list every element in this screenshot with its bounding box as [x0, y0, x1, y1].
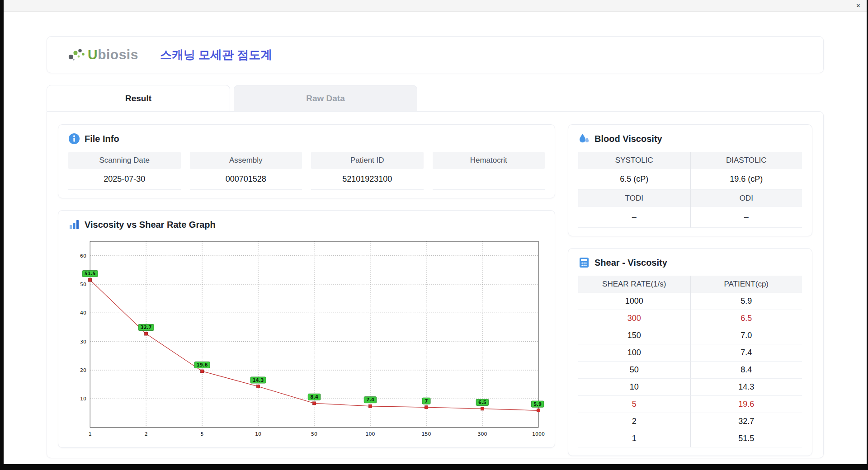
shear-viscosity-title: Shear - Viscosity — [594, 258, 667, 268]
right-column: Blood Viscosity SYSTOLIC DIASTOLIC 6.5 (… — [568, 124, 812, 448]
field-value-scanning-date: 2025-07-30 — [68, 169, 181, 190]
sv-shear-cell: 150 — [578, 327, 690, 344]
field-value-patient-id: 52101923100 — [311, 169, 424, 190]
svg-text:300: 300 — [477, 431, 487, 437]
shear-viscosity-table: SHEAR RATE(1/s) PATIENT(cp) 1000 5.9 300… — [578, 276, 802, 447]
sv-patient-cell: 14.3 — [690, 379, 802, 396]
logo-dots-icon — [67, 47, 86, 63]
droplet-icon — [578, 133, 590, 145]
sv-shear-cell: 10 — [578, 379, 690, 396]
svg-text:51.5: 51.5 — [85, 271, 96, 276]
field-label-patient-id: Patient ID — [311, 152, 424, 169]
sv-patient-cell: 32.7 — [690, 413, 802, 430]
tab-bar: Result Raw Data — [47, 85, 824, 111]
bv-value-todi: – — [578, 207, 690, 228]
shear-viscosity-heading: Shear - Viscosity — [578, 257, 802, 268]
brand-text: Ubiosis — [88, 47, 138, 62]
app-window: × Ubiosis 스캐닝 모세관 점도계 Result Raw Data — [4, 0, 867, 464]
bv-label-diastolic: DIASTOLIC — [690, 152, 802, 169]
header: Ubiosis 스캐닝 모세관 점도계 — [47, 36, 824, 73]
ubiosis-logo: Ubiosis — [67, 47, 138, 63]
field-label-scanning-date: Scanning Date — [68, 152, 181, 169]
bv-value-systolic: 6.5 (cP) — [578, 169, 690, 190]
svg-text:40: 40 — [80, 310, 86, 316]
page: Ubiosis 스캐닝 모세관 점도계 Result Raw Data — [4, 36, 867, 458]
result-content: File Info Scanning Date Assembly Patient… — [47, 111, 824, 458]
sv-patient-cell: 6.5 — [690, 310, 802, 327]
bv-value-diastolic: 19.6 (cP) — [690, 169, 802, 190]
file-info-heading: File Info — [68, 133, 545, 145]
field-value-assembly: 000701528 — [190, 169, 302, 190]
sv-col-patient: PATIENT(cp) — [690, 276, 802, 293]
sv-patient-cell: 5.9 — [690, 293, 802, 310]
svg-text:19.6: 19.6 — [197, 362, 208, 367]
sv-shear-cell: 100 — [578, 344, 690, 362]
sv-shear-cell: 5 — [578, 396, 690, 413]
bv-label-systolic: SYSTOLIC — [578, 152, 690, 169]
svg-text:1: 1 — [89, 431, 92, 437]
sv-shear-cell: 2 — [578, 413, 690, 430]
svg-text:5.9: 5.9 — [533, 402, 542, 407]
sv-patient-cell: 51.5 — [690, 430, 802, 447]
tab-raw-data[interactable]: Raw Data — [234, 85, 417, 111]
blood-viscosity-heading: Blood Viscosity — [578, 133, 802, 145]
svg-text:50: 50 — [311, 431, 317, 437]
left-column: File Info Scanning Date Assembly Patient… — [58, 124, 555, 448]
brand-rest: biosis — [98, 47, 138, 62]
svg-text:20: 20 — [80, 367, 86, 373]
sv-col-shear-rate: SHEAR RATE(1/s) — [578, 276, 690, 293]
calculator-icon — [578, 257, 590, 268]
sv-shear-cell: 50 — [578, 362, 690, 379]
sv-patient-cell: 19.6 — [690, 396, 802, 413]
file-info-grid: Scanning Date Assembly Patient ID Hemato… — [68, 152, 545, 190]
svg-text:7.4: 7.4 — [366, 397, 374, 402]
svg-text:150: 150 — [421, 431, 431, 437]
svg-text:5: 5 — [201, 431, 204, 437]
graph-panel: Viscosity vs Shear Rate Graph 1020304050… — [58, 210, 555, 448]
svg-text:10: 10 — [80, 396, 86, 402]
window-titlebar: × — [4, 0, 867, 12]
bv-label-odi: ODI — [690, 190, 802, 207]
info-icon — [68, 133, 80, 145]
blood-viscosity-panel: Blood Viscosity SYSTOLIC DIASTOLIC 6.5 (… — [568, 124, 812, 236]
tab-result[interactable]: Result — [47, 85, 230, 111]
sv-patient-cell: 7.4 — [690, 344, 802, 362]
bv-value-odi: – — [690, 207, 802, 228]
field-label-assembly: Assembly — [190, 152, 302, 169]
sv-patient-cell: 8.4 — [690, 362, 802, 379]
graph-heading: Viscosity vs Shear Rate Graph — [68, 219, 545, 230]
svg-text:2: 2 — [145, 431, 148, 437]
svg-text:14.3: 14.3 — [253, 378, 264, 383]
shear-viscosity-panel: Shear - Viscosity SHEAR RATE(1/s) PATIEN… — [568, 248, 812, 456]
svg-text:60: 60 — [80, 253, 86, 259]
sv-patient-cell: 7.0 — [690, 327, 802, 344]
svg-text:50: 50 — [80, 282, 86, 287]
file-info-title: File Info — [85, 134, 119, 144]
svg-text:1000: 1000 — [532, 431, 545, 437]
svg-text:32.7: 32.7 — [141, 325, 152, 330]
svg-text:30: 30 — [80, 339, 86, 345]
blood-viscosity-title: Blood Viscosity — [594, 134, 662, 144]
brand-initial: U — [88, 47, 98, 62]
viscosity-shear-chart: 1020304050601251050100150300100051.532.7… — [68, 238, 545, 443]
blood-viscosity-grid: SYSTOLIC DIASTOLIC 6.5 (cP) 19.6 (cP) TO… — [578, 152, 802, 228]
bar-chart-icon — [68, 219, 80, 230]
sv-shear-cell: 1 — [578, 430, 690, 447]
sv-shear-cell: 1000 — [578, 293, 690, 310]
svg-text:6.5: 6.5 — [478, 400, 486, 405]
field-value-hematocrit — [433, 169, 545, 190]
bv-label-todi: TODI — [578, 190, 690, 207]
file-info-panel: File Info Scanning Date Assembly Patient… — [58, 124, 555, 198]
close-icon[interactable]: × — [856, 2, 860, 9]
field-label-hematocrit: Hematocrit — [433, 152, 545, 169]
svg-text:7: 7 — [425, 399, 428, 404]
page-title: 스캐닝 모세관 점도계 — [160, 47, 272, 63]
svg-text:100: 100 — [366, 431, 375, 437]
sv-shear-cell: 300 — [578, 310, 690, 327]
svg-text:10: 10 — [255, 431, 261, 437]
svg-text:8.4: 8.4 — [310, 395, 318, 400]
graph-title: Viscosity vs Shear Rate Graph — [85, 220, 216, 230]
